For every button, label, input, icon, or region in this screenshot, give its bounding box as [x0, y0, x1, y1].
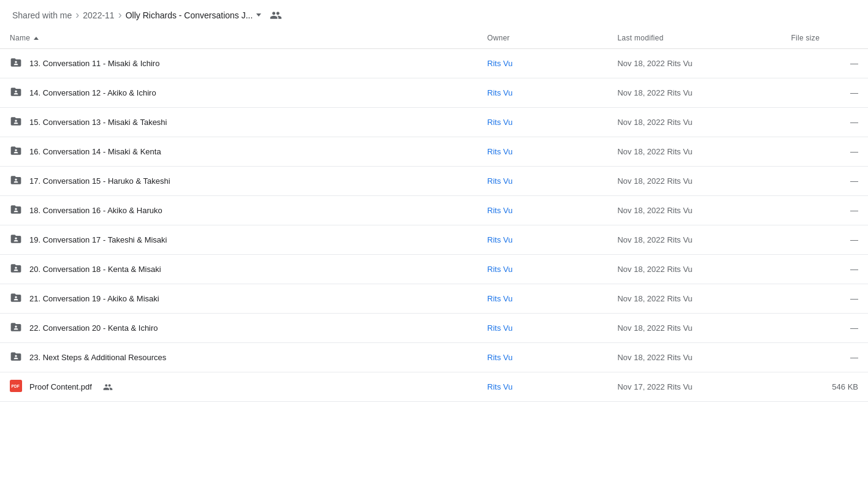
sort-arrow-icon [34, 37, 39, 40]
table-row[interactable]: 22. Conversation 20 - Kenta & IchiroRits… [0, 314, 868, 343]
breadcrumb-sep-1: › [75, 9, 79, 21]
modified-date: Nov 18, 2022 Rits Vu [607, 49, 781, 78]
modified-date: Nov 17, 2022 Rits Vu [607, 372, 781, 402]
file-size: 546 KB [781, 372, 868, 402]
table-row[interactable]: 13. Conversation 11 - Misaki & IchiroRit… [0, 49, 868, 78]
folder-shared-icon [10, 115, 22, 129]
owner-link[interactable]: Rits Vu [487, 147, 512, 156]
file-name: 16. Conversation 14 - Misaki & Kenta [29, 147, 161, 156]
file-name: 17. Conversation 15 - Haruko & Takeshi [29, 176, 170, 186]
modified-date: Nov 18, 2022 Rits Vu [607, 196, 781, 225]
file-size: — [781, 108, 868, 137]
file-table: Name Owner Last modified File size 13. C… [0, 28, 868, 402]
file-size: — [781, 225, 868, 255]
owner-link[interactable]: Rits Vu [487, 206, 512, 215]
owner-link[interactable]: Rits Vu [487, 235, 512, 244]
file-name: 14. Conversation 12 - Akiko & Ichiro [29, 88, 156, 97]
svg-text:PDF: PDF [12, 384, 20, 388]
table-row[interactable]: 21. Conversation 19 - Akiko & MisakiRits… [0, 284, 868, 314]
folder-shared-icon [10, 262, 22, 276]
file-size: — [781, 284, 868, 314]
modified-date: Nov 18, 2022 Rits Vu [607, 78, 781, 108]
chevron-down-icon[interactable] [256, 13, 261, 17]
modified-date: Nov 18, 2022 Rits Vu [607, 314, 781, 343]
table-row[interactable]: PDF Proof Content.pdf Rits VuNov 17, 202… [0, 372, 868, 402]
modified-date: Nov 18, 2022 Rits Vu [607, 343, 781, 372]
th-modified[interactable]: Last modified [607, 28, 781, 49]
table-row[interactable]: 16. Conversation 14 - Misaki & KentaRits… [0, 137, 868, 167]
file-name: 21. Conversation 19 - Akiko & Misaki [29, 294, 159, 303]
folder-shared-icon [10, 145, 22, 159]
file-name: 20. Conversation 18 - Kenta & Misaki [29, 265, 161, 274]
breadcrumb: Shared with me › 2022-11 › Olly Richards… [0, 0, 868, 28]
file-name: 13. Conversation 11 - Misaki & Ichiro [29, 59, 159, 68]
table-row[interactable]: 18. Conversation 16 - Akiko & HarukoRits… [0, 196, 868, 225]
file-name: 18. Conversation 16 - Akiko & Haruko [29, 206, 162, 215]
file-name: 22. Conversation 20 - Kenta & Ichiro [29, 323, 158, 333]
table-row[interactable]: 23. Next Steps & Additional ResourcesRit… [0, 343, 868, 372]
breadcrumb-shared-with-me[interactable]: Shared with me [12, 10, 72, 20]
table-row[interactable]: 20. Conversation 18 - Kenta & MisakiRits… [0, 255, 868, 284]
folder-shared-icon [10, 321, 22, 335]
owner-link[interactable]: Rits Vu [487, 88, 512, 97]
table-row[interactable]: 14. Conversation 12 - Akiko & IchiroRits… [0, 78, 868, 108]
folder-shared-icon [10, 292, 22, 306]
modified-date: Nov 18, 2022 Rits Vu [607, 225, 781, 255]
file-name: 15. Conversation 13 - Misaki & Takeshi [29, 118, 167, 127]
th-owner[interactable]: Owner [478, 28, 607, 49]
owner-link[interactable]: Rits Vu [487, 294, 512, 303]
th-name[interactable]: Name [0, 28, 478, 49]
folder-shared-icon [10, 86, 22, 100]
table-row[interactable]: 17. Conversation 15 - Haruko & TakeshiRi… [0, 167, 868, 196]
modified-date: Nov 18, 2022 Rits Vu [607, 284, 781, 314]
file-size: — [781, 49, 868, 78]
owner-link[interactable]: Rits Vu [487, 176, 512, 186]
file-size: — [781, 137, 868, 167]
file-size: — [781, 78, 868, 108]
file-size: — [781, 314, 868, 343]
shared-icon [103, 382, 113, 392]
folder-shared-icon [10, 203, 22, 217]
modified-date: Nov 18, 2022 Rits Vu [607, 137, 781, 167]
folder-shared-icon [10, 233, 22, 247]
th-size[interactable]: File size [781, 28, 868, 49]
file-size: — [781, 255, 868, 284]
file-name: 19. Conversation 17 - Takeshi & Misaki [29, 235, 167, 244]
table-row[interactable]: 15. Conversation 13 - Misaki & TakeshiRi… [0, 108, 868, 137]
pdf-icon: PDF [10, 380, 22, 394]
owner-link[interactable]: Rits Vu [487, 353, 512, 362]
breadcrumb-current-folder[interactable]: Olly Richards - Conversations J... [126, 10, 262, 20]
owner-link[interactable]: Rits Vu [487, 59, 512, 68]
folder-shared-icon [10, 174, 22, 188]
shared-people-icon [270, 9, 282, 21]
file-size: — [781, 167, 868, 196]
modified-date: Nov 18, 2022 Rits Vu [607, 108, 781, 137]
breadcrumb-2022-11[interactable]: 2022-11 [83, 10, 114, 20]
owner-link[interactable]: Rits Vu [487, 382, 512, 391]
modified-date: Nov 18, 2022 Rits Vu [607, 255, 781, 284]
owner-link[interactable]: Rits Vu [487, 118, 512, 127]
owner-link[interactable]: Rits Vu [487, 323, 512, 333]
breadcrumb-sep-2: › [118, 9, 122, 21]
modified-date: Nov 18, 2022 Rits Vu [607, 167, 781, 196]
file-size: — [781, 196, 868, 225]
file-name: Proof Content.pdf [29, 382, 92, 391]
folder-shared-icon [10, 350, 22, 364]
owner-link[interactable]: Rits Vu [487, 265, 512, 274]
file-name: 23. Next Steps & Additional Resources [29, 353, 166, 362]
file-size: — [781, 343, 868, 372]
table-row[interactable]: 19. Conversation 17 - Takeshi & MisakiRi… [0, 225, 868, 255]
folder-shared-icon [10, 56, 22, 70]
